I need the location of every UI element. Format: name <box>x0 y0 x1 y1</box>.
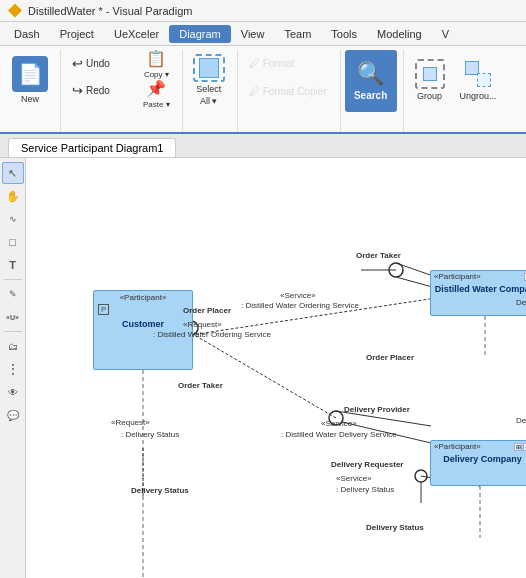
order-placer-label: Order Placer <box>183 306 231 315</box>
window-title: DistilledWater * - Visual Paradigm <box>28 5 192 17</box>
ungroup-label: Ungrou... <box>460 91 497 101</box>
toolbar-divider2 <box>4 331 22 332</box>
request-label-2: «Request» <box>111 418 150 427</box>
draw-tool[interactable]: ✎ <box>2 283 24 305</box>
menu-project[interactable]: Project <box>50 25 104 43</box>
ribbon-format-group: 🖊 Format 🖊 Format Copier <box>240 50 341 132</box>
new-label: New <box>21 94 39 104</box>
new-button[interactable]: 📄 New <box>6 50 54 110</box>
menu-view[interactable]: View <box>231 25 275 43</box>
delivery-provider-label: Delivery Provider <box>344 405 410 414</box>
search-icon: 🔍 <box>357 61 384 87</box>
copy-paste-group: 📋 Copy ▾ 📌 Paste ▾ <box>137 50 176 108</box>
delivery-status-bottom-right: Delivery Status <box>366 523 424 532</box>
ribbon-new-group: 📄 New <box>4 50 61 132</box>
main-area: ↖ ✋ ∿ □ T ✎ «U» 🗂 ⋮ 👁 💬 <box>0 158 526 578</box>
service-name-3: : Delivery Status <box>336 485 394 494</box>
redo-icon: ↪ <box>72 83 83 98</box>
distilled-water-company-name: Distilled Water Company <box>431 282 526 296</box>
service-label-3: «Service» <box>336 474 372 483</box>
menu-team[interactable]: Team <box>274 25 321 43</box>
tab-strip: Service Participant Diagram1 <box>0 134 526 158</box>
service-label-1: «Service» <box>280 291 316 300</box>
svg-point-12 <box>415 470 427 482</box>
shape-tool[interactable]: □ <box>2 231 24 253</box>
paste-button[interactable]: 📌 Paste ▾ <box>137 80 176 108</box>
format-copier-icon: 🖊 <box>249 85 260 97</box>
ribbon-arrange-group: Group Ungrou... <box>406 50 509 132</box>
redo-button[interactable]: ↪ Redo <box>65 77 135 103</box>
paste-icon: 📌 <box>146 79 166 98</box>
menu-tools[interactable]: Tools <box>321 25 367 43</box>
deliver-label-bottom: Deliver <box>516 416 526 425</box>
more-tools[interactable]: ⋮ <box>2 358 24 380</box>
search-label: Search <box>354 90 387 101</box>
service-name-2: : Distilled Water Delivery Service <box>281 430 397 439</box>
delivery-status-1: : Delivery Status <box>121 430 179 439</box>
svg-point-3 <box>389 263 403 277</box>
ribbon-clipboard-group: ↩ Undo ↪ Redo 📋 Copy ▾ 📌 Paste ▾ <box>63 50 183 132</box>
group-label: Group <box>417 91 442 101</box>
format-button: 🖊 Format <box>242 50 312 76</box>
menu-bar: Dash Project UeXceler Diagram View Team … <box>0 22 526 46</box>
diagram-canvas[interactable]: «Participant» P Customer «Participant» ⊞… <box>26 158 526 578</box>
request-service-1: : Distilled Water Ordering Service <box>153 330 271 339</box>
ribbon-select-group: Select All ▾ <box>185 50 238 132</box>
undo-button[interactable]: ↩ Undo <box>65 50 135 76</box>
order-taker-bottom: Order Taker <box>178 381 223 390</box>
ribbon-search-group: 🔍 Search <box>343 50 404 132</box>
new-icon: 📄 <box>18 62 43 86</box>
delivery-company-name: Delivery Company <box>431 452 526 466</box>
delivery-company-participant[interactable]: «Participant» ⊞ − Delivery Company <box>430 440 526 486</box>
app-icon <box>8 4 22 18</box>
customer-name: Customer <box>94 317 192 331</box>
text-tool[interactable]: T <box>2 254 24 276</box>
ungroup-button[interactable]: Ungrou... <box>454 50 503 110</box>
format-icon: 🖊 <box>249 57 260 69</box>
stereotype-tool[interactable]: «U» <box>2 306 24 328</box>
service-name-1: : Distilled Water Ordering Service <box>241 301 359 310</box>
customer-stereotype: «Participant» <box>94 291 192 302</box>
layer-tool[interactable]: 🗂 <box>2 335 24 357</box>
diagram-tab[interactable]: Service Participant Diagram1 <box>8 138 176 157</box>
order-taker-label-top: Order Taker <box>356 251 401 260</box>
left-toolbar: ↖ ✋ ∿ □ T ✎ «U» 🗂 ⋮ 👁 💬 <box>0 158 26 578</box>
delivery-status-bottom-left: Delivery Status <box>131 486 189 495</box>
select-all-button[interactable]: Select All ▾ <box>187 50 231 110</box>
group-button[interactable]: Group <box>408 50 452 110</box>
toolbar-divider <box>4 279 22 280</box>
order-placer-right: Order Placer <box>366 353 414 362</box>
undo-icon: ↩ <box>72 56 83 71</box>
format-copier-button: 🖊 Format Copier <box>242 78 334 104</box>
pan-tool[interactable]: ✋ <box>2 185 24 207</box>
delivery-requester-label: Delivery Requester <box>331 460 403 469</box>
select-all-label2: All ▾ <box>200 96 218 106</box>
search-button[interactable]: 🔍 Search <box>345 50 397 112</box>
copy-button[interactable]: 📋 Copy ▾ <box>137 50 176 78</box>
connector-tool[interactable]: ∿ <box>2 208 24 230</box>
title-bar: DistilledWater * - Visual Paradigm <box>0 0 526 22</box>
select-tool[interactable]: ↖ <box>2 162 24 184</box>
svg-line-17 <box>191 333 336 418</box>
distilled-water-company-participant[interactable]: «Participant» ⊞ − Distilled Water Compan… <box>430 270 526 316</box>
view-tool[interactable]: 👁 <box>2 381 24 403</box>
menu-uexceler[interactable]: UeXceler <box>104 25 169 43</box>
menu-modeling[interactable]: Modeling <box>367 25 432 43</box>
undo-redo-group: ↩ Undo ↪ Redo <box>65 50 135 103</box>
menu-more[interactable]: V <box>432 25 459 43</box>
ribbon: 📄 New ↩ Undo ↪ Redo 📋 Copy ▾ <box>0 46 526 134</box>
menu-dash[interactable]: Dash <box>4 25 50 43</box>
comment-tool[interactable]: 💬 <box>2 404 24 426</box>
select-all-label: Select <box>196 84 221 94</box>
deliver-label-top: Deliver <box>516 298 526 307</box>
service-label-2: «Service» <box>321 419 357 428</box>
request-label-1: «Request» <box>183 320 222 329</box>
menu-diagram[interactable]: Diagram <box>169 25 231 43</box>
copy-icon: 📋 <box>146 49 166 68</box>
